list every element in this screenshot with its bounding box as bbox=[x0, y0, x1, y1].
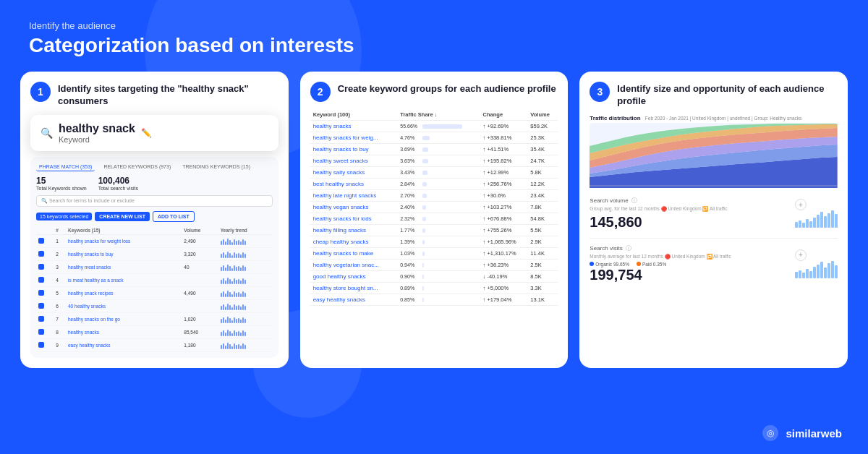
chart-bar bbox=[225, 346, 226, 349]
group-traffic: 0.94% bbox=[397, 260, 480, 271]
table-row: healthy snacks for weig... 4.76% ↑ +338.… bbox=[310, 132, 558, 144]
chart-bar bbox=[229, 240, 231, 245]
visits-sparkline bbox=[795, 261, 838, 278]
row-keyword[interactable]: healthy meat snacks bbox=[66, 260, 182, 273]
chart-bar bbox=[236, 306, 237, 310]
col-traffic: Traffic Share ↓ bbox=[397, 109, 480, 121]
v-spark-1 bbox=[795, 272, 798, 278]
table-row: healthy salty snacks 3.43% ↑ +12.99% 5.8… bbox=[310, 167, 558, 179]
col-keyword: Keywords (15) bbox=[66, 226, 182, 235]
group-traffic: 4.76% bbox=[397, 132, 480, 144]
traffic-bar-fill bbox=[422, 136, 430, 140]
group-keyword[interactable]: healthy late night snacks bbox=[310, 190, 398, 202]
v-spark-10 bbox=[827, 263, 830, 278]
step-1-header: 1 Identify sites targeting the "healthy … bbox=[30, 82, 278, 108]
create-list-button[interactable]: CREATE NEW LIST bbox=[95, 212, 150, 221]
footer: ◎ similarweb bbox=[762, 425, 842, 441]
row-check bbox=[36, 247, 54, 260]
chart-bar bbox=[231, 242, 233, 245]
group-keyword[interactable]: healthy sweet snacks bbox=[310, 155, 398, 167]
search-volume-value: 145,860 bbox=[590, 214, 727, 231]
traffic-bar-fill bbox=[422, 217, 426, 221]
search-keyword: healthy snack bbox=[59, 122, 135, 134]
tab-phrase-match[interactable]: PHRASE MATCH (353) bbox=[36, 163, 95, 171]
group-keyword[interactable]: healthy snacks to buy bbox=[310, 144, 398, 155]
chart-bar bbox=[227, 239, 229, 245]
group-volume: 3.3K bbox=[527, 283, 558, 294]
table-row: 7 healthy snacks on the go 1,020 bbox=[36, 312, 273, 325]
chart-bar bbox=[238, 292, 239, 297]
chart-bar bbox=[240, 254, 242, 258]
organic-dot bbox=[590, 262, 594, 266]
row-trend bbox=[218, 286, 273, 299]
chart-bar bbox=[240, 333, 242, 336]
group-change: ↑ +256.76% bbox=[480, 179, 528, 190]
group-keyword[interactable]: healthy snacks bbox=[310, 121, 398, 132]
edit-icon[interactable]: ✏️ bbox=[141, 128, 152, 138]
row-keyword[interactable]: healthy snacks for weight loss bbox=[66, 234, 182, 247]
table-row: 9 easy healthy snacks 1,180 bbox=[36, 338, 273, 351]
area-chart bbox=[590, 123, 838, 188]
table-row: healthy snacks to buy 3.69% ↑ +41.51% 35… bbox=[310, 144, 558, 155]
organic-label: Organic 99.65% bbox=[590, 262, 629, 267]
search-filter[interactable]: 🔍 Search for terms to include or exclude bbox=[36, 195, 273, 207]
group-volume: 2.9K bbox=[527, 236, 558, 248]
expand-vol-button[interactable]: + bbox=[795, 199, 807, 210]
tab-related[interactable]: RELATED KEYWORDS (973) bbox=[101, 163, 174, 171]
row-trend bbox=[218, 338, 273, 351]
add-to-list-button[interactable]: ADD TO LIST bbox=[153, 211, 195, 222]
group-keyword[interactable]: healthy salty snacks bbox=[310, 167, 398, 179]
spark-bar-11 bbox=[831, 210, 834, 228]
group-keyword[interactable]: healthy vegetarian snac... bbox=[310, 260, 398, 271]
table-row: 8 healthy snacks 85,540 bbox=[36, 325, 273, 338]
chart-bar bbox=[236, 241, 237, 245]
row-keyword[interactable]: healthy snacks bbox=[66, 325, 182, 338]
traffic-dist-widget: Traffic distribution Feb 2020 - Jan 2021… bbox=[590, 115, 838, 283]
v-spark-8 bbox=[820, 262, 823, 278]
chart-bar bbox=[244, 345, 246, 349]
group-keyword[interactable]: healthy store bought sn... bbox=[310, 283, 398, 294]
row-keyword[interactable]: healthy snacks on the go bbox=[66, 312, 182, 325]
chart-bar bbox=[240, 280, 242, 284]
metric-vol-right: + bbox=[795, 199, 838, 228]
group-keyword[interactable]: healthy snacks for kids bbox=[310, 213, 398, 225]
row-keyword[interactable]: is meat healthy as a snack bbox=[66, 273, 182, 286]
row-keyword[interactable]: healthy snack recipes bbox=[66, 286, 182, 299]
v-spark-9 bbox=[824, 267, 827, 278]
chart-bar bbox=[227, 278, 229, 284]
stat-total-keywords: 15 Total Keywords shown bbox=[36, 176, 87, 191]
group-change: ↑ +1,310.17% bbox=[480, 248, 528, 260]
search-volume-sublabel: Group avg. for the last 12 months 🔴 Unit… bbox=[590, 206, 727, 212]
keyword-groups-table: Keyword (100) Traffic Share ↓ Change Vol… bbox=[310, 109, 558, 306]
group-traffic: 3.43% bbox=[397, 167, 480, 179]
chart-bar bbox=[223, 239, 224, 245]
row-keyword[interactable]: easy healthy snacks bbox=[66, 338, 182, 351]
group-keyword[interactable]: easy healthy snacks bbox=[310, 294, 398, 306]
step-2-number: 2 bbox=[310, 82, 331, 102]
traffic-bar-fill bbox=[422, 240, 425, 244]
table-row: healthy late night snacks 2.70% ↑ +30.6%… bbox=[310, 190, 558, 202]
group-keyword[interactable]: good healthy snacks bbox=[310, 271, 398, 283]
chart-bar bbox=[244, 319, 246, 323]
group-keyword[interactable]: best healthy snacks bbox=[310, 179, 398, 190]
row-keyword[interactable]: healthy snacks to buy bbox=[66, 247, 182, 260]
group-keyword[interactable]: healthy snacks to make bbox=[310, 248, 398, 260]
table-row: cheap healthy snacks 1.39% ↑ +1,065.96% … bbox=[310, 236, 558, 248]
row-num: 2 bbox=[54, 247, 66, 260]
row-keyword[interactable]: 40 healthy snacks bbox=[66, 299, 182, 312]
step-1-number: 1 bbox=[30, 82, 51, 102]
chart-bar bbox=[236, 332, 237, 336]
group-keyword[interactable]: healthy filling snacks bbox=[310, 225, 398, 236]
group-keyword[interactable]: cheap healthy snacks bbox=[310, 236, 398, 248]
group-keyword[interactable]: healthy snacks for weig... bbox=[310, 132, 398, 144]
row-trend bbox=[218, 247, 273, 260]
group-keyword[interactable]: healthy vegan snacks bbox=[310, 202, 398, 213]
table-row: 4 is meat healthy as a snack bbox=[36, 273, 273, 286]
step-2-header: 2 Create keyword groups for each audienc… bbox=[310, 82, 558, 102]
row-trend bbox=[218, 299, 273, 312]
chart-bar bbox=[223, 343, 224, 349]
expand-visits-button[interactable]: + bbox=[795, 249, 807, 261]
table-row: healthy filling snacks 1.77% ↑ +755.26% … bbox=[310, 225, 558, 236]
tab-trending[interactable]: TRENDING KEYWORDS (15) bbox=[179, 163, 253, 171]
stat-kw-value: 15 bbox=[36, 176, 87, 186]
